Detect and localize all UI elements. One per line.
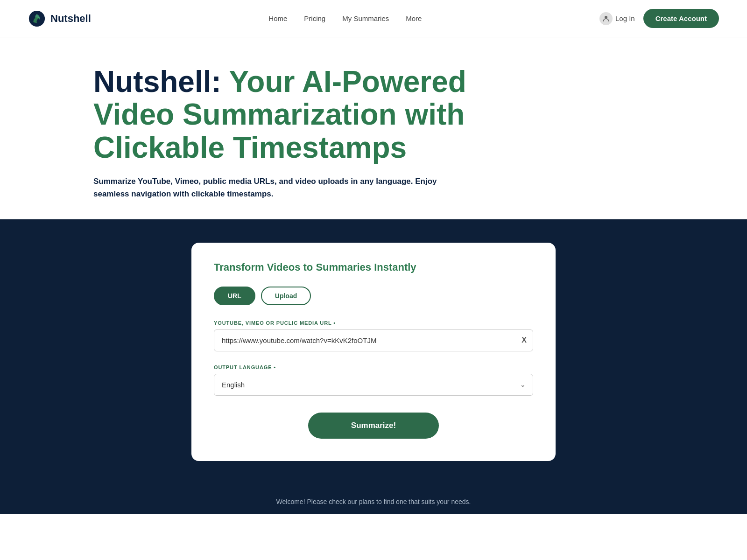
language-label: OUTPUT LANGUAGE • [214,364,533,370]
url-field-group: YOUTUBE, VIMEO OR PUCLIC MEDIA URL • X [214,320,533,351]
create-account-button[interactable]: Create Account [643,9,719,28]
login-label: Log In [615,14,635,22]
url-input[interactable] [214,329,533,351]
svg-point-1 [605,16,607,19]
hero-subtitle: Summarize YouTube, Vimeo, public media U… [93,175,458,200]
language-select[interactable]: English Spanish French German Italian Po… [214,374,533,396]
hero-section: Nutshell: Your AI-Powered Video Summariz… [0,37,747,219]
logo[interactable]: Nutshell [28,10,91,28]
url-input-wrapper: X [214,329,533,351]
nav-right: Log In Create Account [599,9,719,28]
footer-banner: Welcome! Please check our plans to find … [0,489,747,514]
summarize-card: Transform Videos to Summaries Instantly … [191,243,556,461]
nav-more[interactable]: More [406,14,422,22]
tab-upload[interactable]: Upload [261,287,311,305]
nav-links: Home Pricing My Summaries More [268,14,422,22]
logo-text: Nutshell [50,13,91,25]
login-button[interactable]: Log In [599,12,635,25]
clear-url-button[interactable]: X [521,336,527,344]
url-label: YOUTUBE, VIMEO OR PUCLIC MEDIA URL • [214,320,533,326]
dark-section: Transform Videos to Summaries Instantly … [0,219,747,489]
language-select-wrapper: English Spanish French German Italian Po… [214,374,533,396]
tab-url[interactable]: URL [214,287,255,305]
logo-icon [28,10,46,28]
summarize-button[interactable]: Summarize! [308,413,439,439]
user-icon [599,12,613,25]
hero-title: Nutshell: Your AI-Powered Video Summariz… [93,65,514,164]
card-title: Transform Videos to Summaries Instantly [214,261,533,273]
hero-title-static: Nutshell: [93,65,229,98]
language-field-group: OUTPUT LANGUAGE • English Spanish French… [214,364,533,396]
nav-home[interactable]: Home [268,14,287,22]
nav-pricing[interactable]: Pricing [304,14,325,22]
navbar: Nutshell Home Pricing My Summaries More … [0,0,747,37]
nav-summaries[interactable]: My Summaries [342,14,389,22]
footer-banner-text: Welcome! Please check our plans to find … [276,498,471,505]
input-tabs: URL Upload [214,287,533,305]
